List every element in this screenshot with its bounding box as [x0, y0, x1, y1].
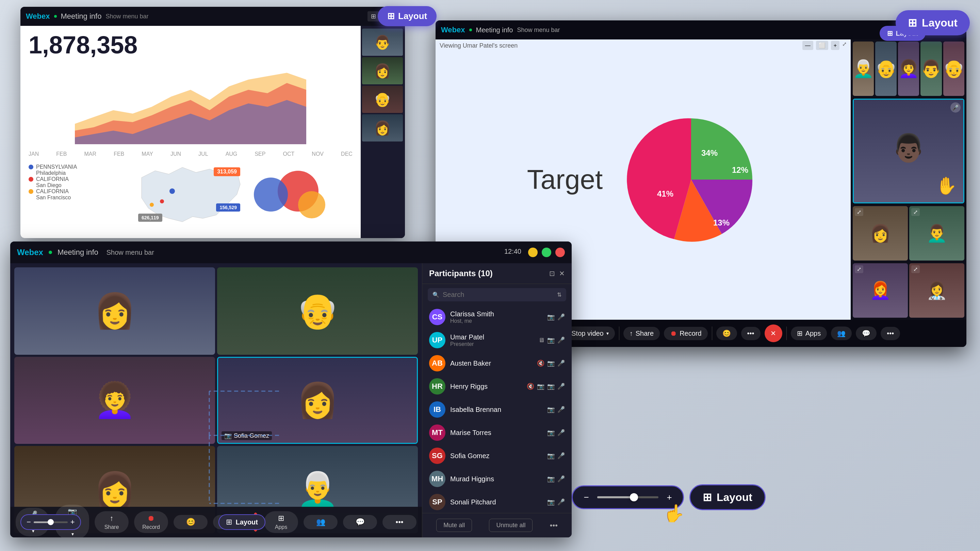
mic-icon-marise: 🎤 — [557, 429, 565, 437]
maximize-btn-left[interactable] — [542, 248, 551, 257]
layout-btn-toolbar[interactable]: ⊞ Layout — [218, 514, 266, 530]
sidebar-thumb-2[interactable]: 👩 — [362, 57, 403, 84]
share-button-main[interactable]: ↑ Share — [624, 327, 660, 340]
grid-icon-main: ⊞ — [887, 29, 893, 37]
ss-restore-btn[interactable]: ⬜ — [816, 41, 828, 50]
camera2-icon-henry: 📷 — [547, 383, 555, 390]
video-cell-1: 👩 — [14, 267, 215, 355]
search-icon: 🔍 — [433, 292, 439, 298]
layout-button-top-right[interactable]: ⊞ Layout — [896, 10, 970, 35]
emoji-btn-left[interactable]: 😊 — [173, 515, 208, 529]
zoom-control-inline: − + — [21, 514, 81, 530]
side-cell-7: 👨‍🦱 ⤢ — [909, 206, 964, 260]
camera-icon-umar: 📷 — [547, 337, 555, 344]
sidebar-thumb-4[interactable]: 👩 — [362, 114, 403, 141]
more2-icon-toolbar-left: ••• — [395, 518, 403, 527]
name-isabella: Isabella Brennan — [450, 406, 542, 414]
expand-icon-8: ⤢ — [855, 265, 863, 273]
zoom-plus-button[interactable]: + — [662, 491, 676, 504]
camera-icon-murad: 📷 — [547, 475, 555, 483]
zoom-thumb-inline[interactable] — [48, 519, 54, 525]
zoom-slider-inline[interactable] — [34, 521, 68, 523]
share-btn-left[interactable]: ↑ Share — [95, 511, 129, 533]
meeting-info-tab[interactable]: Meeting info — [61, 12, 102, 21]
end-call-button-main[interactable]: ✕ — [765, 324, 782, 342]
zoom-slider[interactable] — [597, 496, 659, 498]
zoom-slider-thumb[interactable] — [630, 493, 638, 501]
mute-all-btn[interactable]: Mute all — [436, 519, 472, 532]
info-umar: Umar Patel Presenter — [450, 333, 533, 347]
mic-icon-umar: 🎤 — [557, 337, 565, 344]
side-cell-9: 👩‍⚕️ ⤢ — [909, 263, 964, 318]
panel-close-btn[interactable]: ✕ — [559, 269, 565, 278]
name-murad: Murad Higgins — [450, 475, 542, 483]
camera-icon-clarissa: 📷 — [547, 313, 555, 321]
mic-icon-clarissa: 🎤 — [557, 313, 565, 321]
info-clarissa: Clarissa Smith Host, me — [450, 310, 542, 324]
layout-button-bottom[interactable]: ⊞ Layout — [689, 484, 765, 510]
record-btn-left[interactable]: ⏺ Record — [134, 511, 168, 533]
layout-button-top-center[interactable]: ⊞ Layout — [378, 6, 437, 26]
zoom-plus-inline[interactable]: + — [70, 518, 75, 527]
avatar-umar: UP — [429, 332, 445, 348]
zoom-minus-button[interactable]: − — [579, 491, 593, 504]
ss-minus-btn[interactable]: — — [802, 41, 813, 50]
icons-clarissa: 📷 🎤 — [547, 313, 565, 321]
record-button-main[interactable]: ⏺ Record — [664, 327, 708, 340]
mic2-icon-henry: 🔇 — [527, 383, 534, 390]
participants-btn-left[interactable]: 👥 — [304, 515, 337, 529]
participant-list: CS Clarissa Smith Host, me 📷 🎤 UP Umar P… — [422, 305, 572, 513]
screen-share-label: Viewing Umar Patel's screen — [440, 42, 517, 49]
name-sonali: Sonali Pitchard — [450, 498, 542, 506]
close-btn-left[interactable] — [555, 248, 565, 257]
show-menu-left[interactable]: Show menu bar — [107, 249, 154, 256]
participant-item-isabella: IB Isabella Brennan 📷 🎤 — [425, 398, 569, 421]
video-cell-4: 👩 📷 Sofia Gomez — [217, 357, 418, 444]
info-austen: Austen Baker — [450, 359, 532, 367]
price-tag-1: 313,059 — [214, 167, 240, 176]
mic-icon-sofia: 🎤 — [557, 452, 565, 459]
icons-marise: 📷 🎤 — [547, 429, 565, 437]
bottom-zoom-layout-controls: − + ⊞ Layout — [572, 484, 765, 510]
participants-button-main[interactable]: 👥 — [831, 327, 852, 340]
price-tag-2: 156,529 — [216, 203, 240, 211]
show-menu-main[interactable]: Show menu bar — [517, 27, 560, 34]
ss-plus-btn[interactable]: + — [831, 41, 840, 50]
more2-icon-main: ••• — [887, 330, 894, 337]
meeting-info-main[interactable]: Meeting info — [476, 26, 513, 34]
dropdown-arrow-video-main: ▾ — [606, 330, 609, 336]
zoom-minus-inline[interactable]: − — [27, 518, 31, 527]
chat-button-main[interactable]: 💬 — [856, 327, 877, 340]
footer-more-btn[interactable]: ••• — [550, 519, 558, 532]
more2-button-main[interactable]: ••• — [881, 327, 900, 340]
chat-btn-left[interactable]: 💬 — [343, 515, 377, 529]
time-left: 12:40 — [504, 248, 521, 257]
ss-expand-icon: ⤢ — [842, 41, 846, 50]
apps-button-main[interactable]: ⊞ Apps — [791, 327, 827, 340]
sidebar-thumb-1[interactable]: 👨 — [362, 29, 403, 56]
minimize-btn-left[interactable] — [528, 248, 538, 257]
panel-expand-btn[interactable]: ⊡ — [549, 269, 555, 278]
expand-icon-6: ⤢ — [855, 208, 863, 216]
apps-icon-toolbar-left: ⊞ — [278, 514, 284, 523]
apps-btn-left[interactable]: ⊞ Apps — [264, 511, 298, 533]
icons-isabella: 📷 🎤 — [547, 406, 565, 413]
search-box[interactable]: 🔍 ⇅ — [428, 288, 566, 301]
name-austen: Austen Baker — [450, 359, 532, 367]
show-menu-bar[interactable]: Show menu bar — [105, 13, 148, 20]
more2-btn-left[interactable]: ••• — [382, 515, 417, 529]
participant-item-sofia: SG Sofia Gomez 📷 🎤 — [425, 444, 569, 467]
video-cell-2: 👴 — [217, 267, 418, 355]
info-henry: Henry Riggs — [450, 383, 522, 391]
meeting-info-left[interactable]: Meeting info — [57, 248, 98, 257]
zoom-slider-fill — [597, 496, 634, 498]
sidebar-thumb-3[interactable]: 👴 — [362, 86, 403, 113]
emoji-button-main[interactable]: 😊 — [716, 327, 737, 340]
avatar-murad: MH — [429, 471, 445, 487]
legend-ca-sf: CALIFORNIA — [29, 189, 128, 195]
name-marise: Marise Torres — [450, 429, 542, 437]
unmute-all-btn[interactable]: Unmute all — [489, 519, 533, 532]
search-input[interactable] — [443, 291, 554, 299]
more-button-main[interactable]: ••• — [741, 327, 760, 340]
metric-value: 1,878,358 — [29, 33, 353, 57]
